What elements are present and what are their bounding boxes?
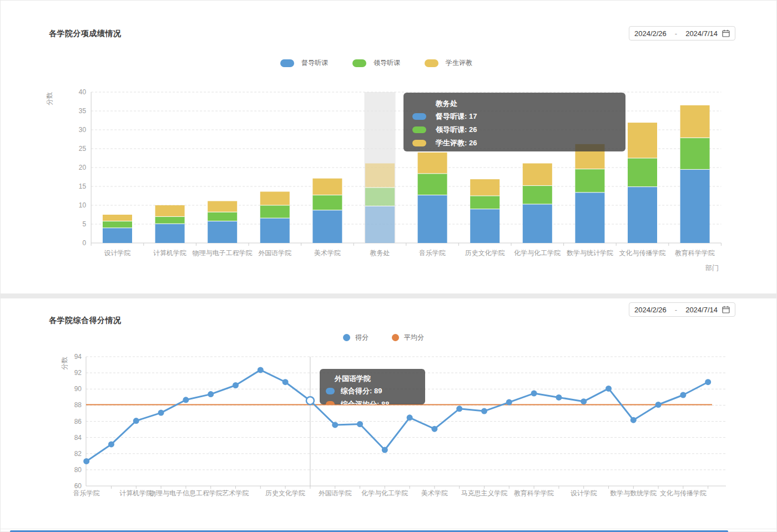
bar-segment[interactable]: [628, 158, 657, 187]
line-point[interactable]: [556, 394, 562, 401]
axis-label: 外国语学院: [258, 249, 291, 257]
start-date-value[interactable]: 2024/2/26: [634, 306, 667, 314]
line-point-hovered[interactable]: [306, 397, 314, 404]
line-point[interactable]: [407, 414, 413, 420]
bar-segment[interactable]: [365, 206, 395, 243]
legend-item-score[interactable]: 得分: [343, 333, 369, 342]
line-point[interactable]: [158, 410, 164, 416]
bar-segment[interactable]: [155, 224, 185, 243]
bar-segment[interactable]: [312, 179, 342, 195]
bar-segment[interactable]: [103, 221, 132, 228]
line-point[interactable]: [481, 408, 487, 414]
bar-segment[interactable]: [260, 192, 290, 206]
bar-segment[interactable]: [260, 218, 290, 243]
bar-segment[interactable]: [680, 138, 710, 169]
tooltip-row: 领导听课: 26: [412, 125, 477, 135]
end-date-value[interactable]: 2024/7/14: [685, 306, 718, 314]
line-point[interactable]: [332, 422, 338, 428]
legend-item-supervisor[interactable]: 督导听课: [280, 58, 328, 68]
bar-segment[interactable]: [312, 195, 342, 210]
series-marker-average: [326, 401, 335, 404]
line-point[interactable]: [506, 399, 512, 406]
bar-segment[interactable]: [103, 215, 132, 221]
series-marker-leader: [412, 126, 426, 133]
bar-segment[interactable]: [470, 209, 500, 243]
series-marker-score: [326, 388, 335, 394]
bar-segment[interactable]: [628, 123, 657, 158]
axis-label: 文化与传播学院: [660, 489, 707, 497]
calendar-icon[interactable]: [722, 29, 730, 37]
axis-label: 86: [74, 418, 82, 425]
calendar-icon[interactable]: [722, 306, 730, 313]
line-point[interactable]: [282, 379, 289, 385]
bar-segment[interactable]: [628, 187, 657, 243]
bar-segment[interactable]: [523, 186, 552, 204]
bar-segment[interactable]: [365, 164, 395, 188]
line-point[interactable]: [133, 418, 139, 424]
start-date-value[interactable]: 2024/2/26: [634, 29, 667, 38]
bar-segment[interactable]: [418, 195, 447, 243]
line-point[interactable]: [431, 426, 437, 432]
line-point[interactable]: [208, 391, 214, 397]
date-range-picker-2[interactable]: 2024/2/26 - 2024/7/14: [629, 302, 735, 317]
bar-segment[interactable]: [208, 221, 237, 243]
line-point[interactable]: [233, 382, 239, 388]
tooltip-row-text: 督导听课: 17: [436, 112, 477, 121]
line-point[interactable]: [108, 441, 114, 447]
axis-label: 设计学院: [104, 249, 131, 257]
line-point[interactable]: [456, 406, 462, 412]
legend-item-average[interactable]: 平均分: [392, 333, 424, 342]
bar-segment[interactable]: [208, 201, 237, 212]
axis-label: 92: [74, 369, 82, 377]
bar-segment[interactable]: [680, 105, 710, 138]
axis-label: 教务处: [370, 249, 390, 257]
axis-label: 分数: [46, 92, 53, 105]
bar-segment[interactable]: [575, 192, 604, 243]
axis-label: 化学与化工学院: [513, 249, 561, 257]
axis-label: 外国语学院: [319, 489, 352, 497]
legend-item-student[interactable]: 学生评教: [425, 58, 472, 68]
line-point[interactable]: [258, 367, 264, 373]
bar-chart-title: 各学院分项成绩情况: [49, 29, 122, 39]
line-point[interactable]: [83, 458, 89, 464]
line-point[interactable]: [705, 379, 711, 385]
bar-segment[interactable]: [155, 205, 185, 216]
tooltip-row-text: 综合评均分: 88: [341, 399, 389, 404]
line-point[interactable]: [382, 447, 388, 453]
bar-segment[interactable]: [523, 204, 552, 243]
line-point[interactable]: [357, 421, 363, 427]
bar-segment[interactable]: [680, 169, 710, 243]
bar-segment[interactable]: [523, 164, 552, 186]
end-date-value[interactable]: 2024/7/14: [685, 29, 718, 38]
axis-label: 分数: [60, 357, 68, 370]
bar-segment[interactable]: [260, 205, 290, 218]
axis-label: 40: [79, 88, 87, 96]
axis-label: 历史文化学院: [265, 489, 305, 497]
bar-segment[interactable]: [155, 216, 185, 224]
bar-segment[interactable]: [418, 174, 447, 195]
axis-label: 部门: [705, 264, 719, 272]
line-point[interactable]: [655, 402, 662, 408]
bar-segment[interactable]: [208, 212, 237, 221]
date-range-picker-1[interactable]: 2024/2/26 - 2024/7/14: [629, 26, 735, 40]
line-point[interactable]: [606, 386, 612, 392]
tooltip-row: 学生评教: 26: [412, 138, 477, 148]
bar-segment[interactable]: [365, 188, 395, 206]
bar-segment[interactable]: [575, 169, 604, 192]
line-point[interactable]: [581, 398, 587, 404]
bar-segment[interactable]: [470, 179, 500, 196]
legend-item-leader[interactable]: 领导听课: [352, 58, 400, 68]
line-point[interactable]: [531, 391, 537, 397]
legend-marker: [352, 59, 366, 67]
line-point[interactable]: [630, 417, 637, 423]
bar-segment[interactable]: [103, 228, 132, 243]
line-point[interactable]: [183, 397, 189, 403]
bar-segment[interactable]: [312, 210, 342, 243]
line-point[interactable]: [680, 392, 686, 398]
bar-segment[interactable]: [470, 196, 500, 209]
axis-label: 设计学院: [571, 489, 597, 497]
bar-segment[interactable]: [418, 153, 447, 174]
hover-shadow-band: [365, 92, 396, 243]
axis-label: 25: [79, 145, 87, 153]
axis-label: 物理与电子信息工程学院: [149, 489, 223, 497]
